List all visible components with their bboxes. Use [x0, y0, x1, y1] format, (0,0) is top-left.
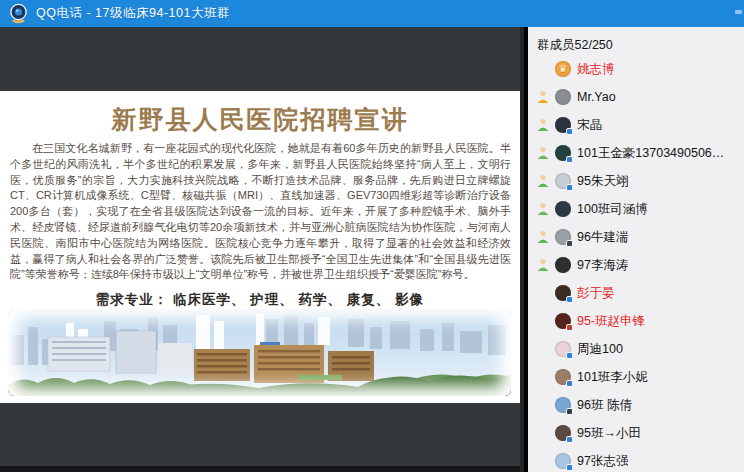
member-row[interactable]: 周迪100 — [536, 335, 744, 363]
member-name: Mr.Yao — [577, 90, 616, 104]
member-avatar — [555, 313, 571, 329]
mobile-online-badge — [566, 464, 573, 471]
member-row[interactable]: 95朱天翊 — [536, 167, 744, 195]
member-name: 姚志博 — [577, 61, 615, 78]
member-avatar — [555, 425, 571, 441]
member-name: 95-班赵申锋 — [577, 313, 645, 330]
window-title: QQ电话 - 17级临床94-101大班群 — [36, 5, 230, 22]
member-name: 97张志强 — [577, 453, 628, 470]
status-placeholder — [536, 426, 551, 440]
poster-body-text: 在三国文化名城新野，有一座花园式的现代化医院，她就是有着60多年历史的新野县人民… — [10, 141, 511, 283]
member-avatar — [555, 229, 571, 245]
member-avatar — [555, 285, 571, 301]
member-name: 97李海涛 — [577, 257, 628, 274]
mobile-online-badge — [566, 408, 573, 415]
member-name: 96班 陈倩 — [577, 397, 632, 414]
green-member-status-icon — [536, 174, 551, 188]
titlebar[interactable]: QQ电话 - 17级临床94-101大班群 — [0, 0, 744, 27]
mobile-online-badge — [566, 240, 573, 247]
cityscape-graphic — [8, 309, 511, 396]
member-row[interactable]: 101班李小妮 — [536, 363, 744, 391]
shared-screen-area: 新野县人民医院招聘宣讲 在三国文化名城新野，有一座花园式的现代化医院，她就是有着… — [0, 27, 524, 472]
status-placeholder — [536, 314, 551, 328]
member-row[interactable]: 97张志强 — [536, 447, 744, 472]
member-name: 宋晶 — [577, 117, 602, 134]
status-placeholder — [536, 342, 551, 356]
member-row[interactable]: 101王金豪13703490506… — [536, 139, 744, 167]
member-name: 100班司涵博 — [577, 201, 648, 218]
member-avatar — [555, 173, 571, 189]
member-row[interactable]: 96牛建湍 — [536, 223, 744, 251]
mobile-online-badge — [566, 156, 573, 163]
member-avatar — [555, 453, 571, 469]
poster-title: 新野县人民医院招聘宣讲 — [0, 103, 520, 136]
green-member-status-icon — [536, 230, 551, 244]
mobile-online-badge — [566, 380, 573, 387]
member-row[interactable]: 97李海涛 — [536, 251, 744, 279]
member-row[interactable]: 100班司涵博 — [536, 195, 744, 223]
member-avatar — [555, 369, 571, 385]
hospital-campus-photo — [8, 309, 511, 396]
video-area-bottom-edge — [0, 466, 520, 472]
mobile-online-badge — [566, 352, 573, 359]
member-avatar — [555, 145, 571, 161]
member-row[interactable]: 宋晶 — [536, 111, 744, 139]
member-list[interactable]: ♛姚志博Mr.Yao宋晶101王金豪13703490506…95朱天翊100班司… — [528, 55, 744, 472]
yellow-member-status-icon — [536, 90, 551, 104]
status-placeholder — [536, 398, 551, 412]
member-row[interactable]: ♛姚志博 — [536, 55, 744, 83]
member-name: 周迪100 — [577, 341, 623, 358]
mobile-online-badge — [566, 184, 573, 191]
member-name: 96牛建湍 — [577, 229, 628, 246]
status-placeholder — [536, 370, 551, 384]
green-member-status-icon — [536, 202, 551, 216]
mobile-online-badge — [566, 436, 573, 443]
member-row[interactable]: 95班→小田 — [536, 419, 744, 447]
green-member-status-icon — [536, 258, 551, 272]
member-avatar — [555, 201, 571, 217]
mobile-online-badge — [566, 324, 573, 331]
member-row[interactable]: 彭于晏 — [536, 279, 744, 307]
recruitment-poster: 新野县人民医院招聘宣讲 在三国文化名城新野，有一座花园式的现代化医院，她就是有着… — [0, 91, 520, 403]
member-avatar — [555, 397, 571, 413]
green-member-status-icon — [536, 146, 551, 160]
member-name: 彭于晏 — [577, 285, 615, 302]
status-placeholder — [536, 62, 551, 76]
member-name: 101王金豪13703490506… — [577, 145, 724, 162]
window-control-partial[interactable] — [735, 10, 742, 14]
status-placeholder — [536, 286, 551, 300]
mobile-online-badge — [566, 128, 573, 135]
member-count-header: 群成员52/250 — [528, 27, 744, 55]
member-avatar — [555, 341, 571, 357]
member-avatar — [555, 257, 571, 273]
member-row[interactable]: Mr.Yao — [536, 83, 744, 111]
member-name: 101班李小妮 — [577, 369, 648, 386]
poster-majors-line: 需求专业： 临床医学、 护理、 药学、 康复、 影像 — [0, 291, 520, 309]
video-call-camera-icon — [8, 3, 29, 24]
member-row[interactable]: 95-班赵申锋 — [536, 307, 744, 335]
member-name: 95班→小田 — [577, 425, 641, 442]
status-placeholder — [536, 454, 551, 468]
member-avatar — [555, 89, 571, 105]
qq-call-window: QQ电话 - 17级临床94-101大班群 新野县人民医院招聘宣讲 在三国文化名… — [0, 0, 744, 472]
member-row[interactable]: 96班 陈倩 — [536, 391, 744, 419]
group-owner-icon: ♛ — [555, 61, 571, 77]
member-panel: 群成员52/250 ♛姚志博Mr.Yao宋晶101王金豪13703490506…… — [528, 27, 744, 472]
mobile-online-badge — [566, 296, 573, 303]
member-name: 95朱天翊 — [577, 173, 628, 190]
green-member-status-icon — [536, 118, 551, 132]
member-avatar — [555, 117, 571, 133]
